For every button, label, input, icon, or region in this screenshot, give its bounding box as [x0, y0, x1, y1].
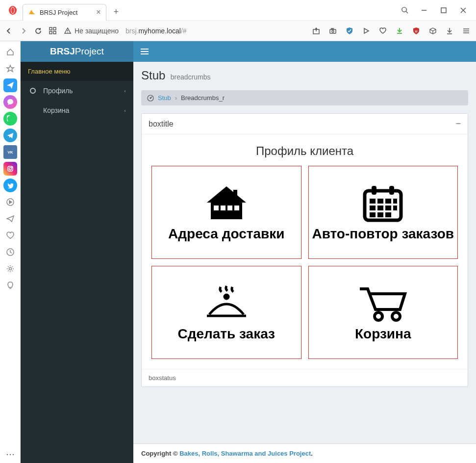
dish-icon — [202, 283, 251, 324]
breadcrumb: Stub › Breadcrumbs_r — [141, 90, 468, 105]
svg-rect-59 — [385, 199, 391, 204]
sidebar-header: Главное меню — [21, 62, 133, 81]
brand-logo[interactable]: BRSJProject — [21, 41, 133, 62]
url-display[interactable]: brsj.myhome.local/# — [125, 27, 187, 35]
sidebar-item-cart[interactable]: Корзина ‹ — [21, 101, 133, 120]
download-green-icon[interactable] — [395, 26, 404, 36]
main-box: boxtitle − Профиль клиента Адреса достав… — [141, 113, 468, 387]
sidebar-item-profile[interactable]: Профиль ‹ — [21, 81, 133, 101]
os-instagram-icon[interactable] — [3, 162, 17, 176]
content-area: Stub breadcrumbs Stub › Breadcrumbs_r bo… — [133, 62, 476, 463]
app-header: BRSJProject — [21, 41, 476, 62]
tile-label: Корзина — [355, 327, 411, 341]
svg-rect-52 — [234, 206, 239, 210]
app-root: BRSJProject Главное меню Профиль ‹ Корзи… — [21, 41, 476, 463]
tile-label: Сделать заказ — [177, 327, 275, 341]
search-icon[interactable] — [395, 2, 414, 18]
svg-rect-60 — [393, 199, 397, 204]
tile-label: Авто-повтор заказов — [312, 227, 454, 241]
os-star-icon[interactable] — [3, 62, 17, 76]
svg-rect-64 — [393, 206, 397, 210]
svg-rect-66 — [377, 212, 383, 217]
play-icon[interactable] — [361, 26, 371, 36]
insecure-label: Не защищено — [75, 27, 119, 35]
chevron-left-icon: ‹ — [124, 107, 126, 113]
tile-cart[interactable]: Корзина — [308, 266, 458, 359]
nav-back-button[interactable] — [5, 27, 13, 35]
window-title-bar: BRSJ Project × + — [0, 0, 476, 21]
svg-rect-57 — [370, 199, 376, 204]
window-minimize-button[interactable] — [414, 2, 434, 18]
svg-point-18 — [332, 30, 334, 32]
opera-sidebar: VK ⋯ — [0, 41, 21, 463]
dashboard-icon — [147, 95, 154, 102]
ublock-icon[interactable]: u — [411, 26, 421, 36]
os-heart-outline-icon[interactable] — [3, 229, 17, 242]
new-tab-button[interactable]: + — [109, 7, 123, 17]
svg-text:VK: VK — [7, 150, 13, 154]
svg-rect-51 — [227, 206, 232, 210]
speed-dial-icon[interactable] — [49, 27, 57, 35]
warning-icon — [64, 27, 72, 35]
os-bulb-icon[interactable] — [3, 279, 17, 292]
svg-rect-48 — [211, 203, 242, 219]
svg-point-2 — [11, 7, 14, 13]
box-header: boxtitle − — [142, 114, 468, 134]
page-subtitle: breadcrumbs — [171, 73, 211, 81]
footer-link[interactable]: Bakes, Rolls, Shawarma and Juices Projec… — [179, 450, 311, 457]
security-indicator[interactable]: Не защищено — [64, 27, 119, 35]
svg-point-69 — [225, 295, 228, 299]
nav-reload-button[interactable] — [34, 27, 42, 35]
os-send-icon[interactable] — [3, 212, 17, 226]
os-vk-icon[interactable]: VK — [3, 145, 17, 159]
svg-point-71 — [392, 312, 400, 320]
window-maximize-button[interactable] — [434, 2, 453, 18]
tile-make-order[interactable]: Сделать заказ — [151, 266, 301, 359]
os-home-icon[interactable] — [3, 45, 17, 59]
browser-tab[interactable]: BRSJ Project × — [23, 4, 106, 21]
breadcrumb-home[interactable]: Stub — [158, 94, 171, 102]
svg-rect-56 — [389, 186, 394, 195]
os-gear-icon[interactable] — [3, 262, 17, 276]
os-twitter-icon[interactable] — [3, 179, 17, 192]
content-header: Stub breadcrumbs — [133, 62, 476, 86]
sidebar-toggle-button[interactable] — [133, 41, 156, 62]
svg-rect-55 — [372, 186, 376, 195]
tile-addresses[interactable]: Адреса доставки — [151, 166, 301, 259]
share-icon[interactable] — [311, 26, 321, 36]
svg-point-34 — [11, 167, 12, 168]
svg-rect-17 — [330, 29, 336, 33]
os-more-icon[interactable]: ⋯ — [6, 448, 15, 463]
svg-line-4 — [406, 11, 408, 13]
svg-point-46 — [150, 97, 151, 99]
os-plane-icon[interactable] — [3, 78, 17, 92]
sidebar-item-label: Профиль — [43, 87, 73, 95]
opera-logo[interactable] — [6, 3, 20, 17]
page-title: Stub — [141, 69, 165, 82]
svg-rect-63 — [385, 206, 391, 210]
cart-icon — [356, 283, 410, 324]
window-close-button[interactable] — [453, 2, 473, 18]
svg-rect-6 — [441, 8, 446, 13]
svg-rect-67 — [385, 212, 391, 217]
cube-icon[interactable] — [428, 26, 438, 36]
svg-marker-37 — [7, 216, 14, 222]
os-whatsapp-icon[interactable] — [3, 112, 17, 126]
shield-icon[interactable] — [345, 26, 354, 36]
os-telegram-icon[interactable] — [3, 129, 17, 142]
svg-rect-58 — [377, 199, 383, 204]
snapshot-icon[interactable] — [328, 26, 338, 36]
tab-close-icon[interactable]: × — [96, 8, 100, 17]
box-collapse-icon[interactable]: − — [455, 119, 461, 129]
tile-autorepeat[interactable]: Авто-повтор заказов — [308, 166, 458, 259]
os-clock-icon[interactable] — [3, 245, 17, 259]
menu-icon[interactable] — [461, 26, 471, 36]
nav-forward-button[interactable] — [20, 27, 27, 35]
svg-rect-49 — [214, 206, 219, 210]
svg-rect-61 — [370, 206, 376, 210]
os-play-circle-icon[interactable] — [3, 195, 17, 209]
download-icon[interactable] — [445, 26, 454, 36]
box-title: boxtitle — [149, 120, 174, 129]
heart-icon[interactable] — [378, 26, 388, 36]
os-messenger-icon[interactable] — [3, 95, 17, 109]
